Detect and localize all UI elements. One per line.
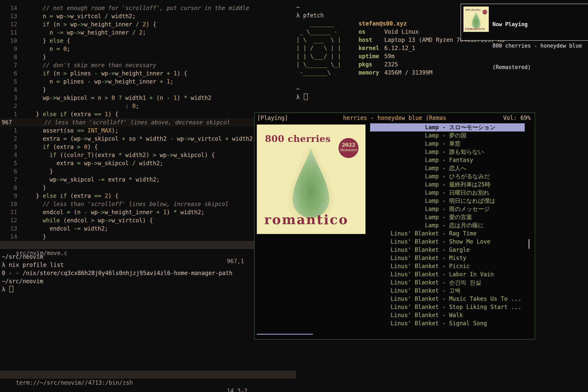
- line-number: 6: [0, 168, 17, 176]
- line-number: 2: [0, 102, 17, 110]
- teardrop-icon: [285, 146, 337, 221]
- code-line: 2 extra = (wp->w_skipcol + so * width2 -…: [0, 135, 294, 143]
- line-number: 7: [0, 176, 17, 184]
- terminal-lines[interactable]: ~/src/neovimλ nix profile list0 - - /nix…: [0, 249, 296, 294]
- terminal-line: ~/src/neovim: [2, 253, 296, 261]
- track-row[interactable]: Lamp - Fantasy: [370, 156, 525, 164]
- track-list: Lamp - スロ〜モ〜ションLamp - 夢の国Lamp - 車窓Lamp -…: [370, 123, 525, 328]
- line-number: 12: [0, 216, 17, 224]
- terminal-line: 0 - - /nix/store/cq3cx86h28j0y46ls0nhjzj…: [2, 269, 296, 277]
- code-line: 11 endcol = (n - wp->w_height_inner + 1)…: [0, 208, 294, 216]
- line-number: 5: [0, 159, 17, 168]
- prompt-line[interactable]: λ: [296, 93, 588, 101]
- track-row[interactable]: Lamp - 愛の言葉: [370, 213, 525, 221]
- album-cover: 800 cherries 2022 Remaster romantico: [464, 6, 489, 32]
- code-text: // less than 'scrolloff' lines above, de…: [24, 118, 230, 126]
- remaster-badge: 2022 Remaster: [482, 10, 487, 14]
- code-line: 13 endcol -= width2;: [0, 224, 294, 233]
- progress-bar[interactable]: [257, 334, 313, 335]
- code-text: n = 0;: [22, 45, 70, 53]
- terminal-line: λ: [2, 286, 296, 294]
- now-playing-notification[interactable]: 800 cherries 2022 Remaster romantico Now…: [460, 4, 588, 41]
- track-row[interactable]: Linus' Blanket - Rag Time: [370, 230, 525, 238]
- track-row[interactable]: Lamp - 誰も知らない: [370, 148, 525, 156]
- track-row[interactable]: Lamp - スロ〜モ〜ション: [370, 123, 525, 132]
- code-line: 3 wp->w_skipcol = n > 0 ? width1 + (n - …: [0, 94, 294, 102]
- track-row[interactable]: Linus' Blanket - 고백: [370, 287, 525, 295]
- line-number: 6: [0, 70, 17, 78]
- line-number: 9: [0, 45, 17, 53]
- code-text: while (endcol > wp->w_virtcol) {: [22, 216, 153, 224]
- code-line: 8 }: [0, 53, 294, 61]
- track-row[interactable]: Linus' Blanket - Picnic: [370, 262, 525, 270]
- line-number: 13: [0, 12, 17, 20]
- code-line: 5 n = plines - wp->w_height_inner + 1;: [0, 78, 294, 86]
- track-row[interactable]: Lamp - 恋は月の蔭に: [370, 221, 525, 230]
- code-line: 9 } else if (extra == 2) {: [0, 192, 294, 200]
- line-number: 967: [0, 118, 19, 126]
- notification-line1: 800 cherries - honeydew blue: [492, 42, 582, 50]
- code-line: 2 : 0;: [0, 102, 294, 110]
- track-row[interactable]: Linus' Blanket - Show Me Love: [370, 238, 525, 246]
- code-line: 7 // don't skip more than necessary: [0, 61, 294, 70]
- player-volume[interactable]: Vol: 69%: [503, 113, 531, 123]
- line-number: 14: [0, 233, 17, 241]
- code-text: }: [22, 53, 46, 61]
- terminal-line: λ nix profile list: [2, 261, 296, 269]
- player-scroll-title: herries - honeydew blue (Remas: [254, 113, 535, 123]
- code-text: // not enough room for 'scrolloff', put …: [22, 4, 249, 12]
- code-line: 12 while (endcol > wp->w_virtcol) {: [0, 216, 294, 224]
- code-text: n = plines - wp->w_height_inner + 1;: [22, 78, 174, 86]
- code-lines[interactable]: 14 // not enough room for 'scrolloff', p…: [0, 0, 294, 245]
- notification-text: Now Playing 800 cherries - honeydew blue…: [492, 6, 582, 38]
- code-line: 967 // less than 'scrolloff' lines above…: [0, 118, 294, 126]
- line-number: 2: [0, 135, 17, 143]
- track-row[interactable]: Lamp - 恋人へ: [370, 164, 525, 172]
- track-row[interactable]: Lamp - 車窓: [370, 140, 525, 148]
- code-text: }: [22, 184, 46, 192]
- neovim-window: 14 // not enough room for 'scrolloff', p…: [0, 0, 294, 392]
- line-number: 10: [0, 200, 17, 208]
- track-row[interactable]: Lamp - 最終列車は25時: [370, 180, 525, 189]
- line-number: 8: [0, 53, 17, 61]
- album-artist-text: 800 cherries: [265, 134, 331, 143]
- track-row[interactable]: Linus' Blanket - Gargle: [370, 246, 525, 254]
- code-line: 7 wp->w_skipcol -= extra * width2;: [0, 176, 294, 184]
- code-text: endcol -= width2;: [22, 224, 108, 233]
- teardrop-icon: [470, 12, 482, 29]
- track-row[interactable]: Lamp - 雨のメッセージ: [370, 205, 525, 213]
- track-row[interactable]: Linus' Blanket - Labor In Vain: [370, 270, 525, 278]
- track-row[interactable]: Linus' Blanket - Stop Liking Start ...: [370, 303, 525, 311]
- track-row[interactable]: Linus' Blanket - Music Takes Us To ...: [370, 295, 525, 303]
- code-line: 1 assert(so <= INT_MAX);: [0, 126, 294, 135]
- code-text: }: [22, 86, 46, 94]
- playlist-scrollbar[interactable]: [528, 239, 530, 249]
- track-row[interactable]: Linus' Blanket - Signal Song: [370, 319, 525, 328]
- track-row[interactable]: Linus' Blanket - 순간의 진실: [370, 278, 525, 287]
- track-row[interactable]: Lamp - 夢の国: [370, 132, 525, 140]
- line-number: 3: [0, 143, 17, 151]
- line-number: 13: [0, 224, 17, 233]
- track-row[interactable]: Lamp - 明日になれば僕は: [370, 197, 525, 205]
- notification-title: Now Playing: [492, 21, 582, 28]
- track-row[interactable]: Lamp - ひろがるなみだ: [370, 172, 525, 180]
- line-number: 11: [0, 28, 17, 37]
- code-text: } else if (extra == 2) {: [22, 192, 118, 200]
- code-line: 3 if (extra > 0) {: [0, 143, 294, 151]
- terminal-cursor: [10, 286, 13, 292]
- terminal-line: ~/src/neovim: [2, 277, 296, 286]
- code-text: n -= wp->w_height_inner / 2;: [22, 28, 146, 37]
- notification-line2: (Remastered): [492, 64, 582, 71]
- track-row[interactable]: Lamp - 日曜日のお別れ: [370, 189, 525, 197]
- statusline-file: src/nvim/move.c 967,1: [0, 241, 296, 249]
- code-line: 12 if (n > wp->w_height_inner / 2) {: [0, 20, 294, 28]
- statusline-terminal-position: 14,3-2: [227, 387, 248, 392]
- code-text: endcol = (n - wp->w_height_inner + 1) * …: [22, 208, 204, 216]
- track-row[interactable]: Linus' Blanket - Walk: [370, 311, 525, 319]
- code-text: if (n > wp->w_height_inner / 2) {: [22, 20, 156, 28]
- code-line: 4 }: [0, 86, 294, 94]
- album-art: 800 cherries 2022 Remaster romantico: [257, 124, 366, 234]
- code-text: if ((colnr_T)(extra * width2) > wp->w_sk…: [22, 151, 215, 159]
- terminal-cursor: [304, 94, 308, 100]
- track-row[interactable]: Linus' Blanket - Misty: [370, 254, 525, 262]
